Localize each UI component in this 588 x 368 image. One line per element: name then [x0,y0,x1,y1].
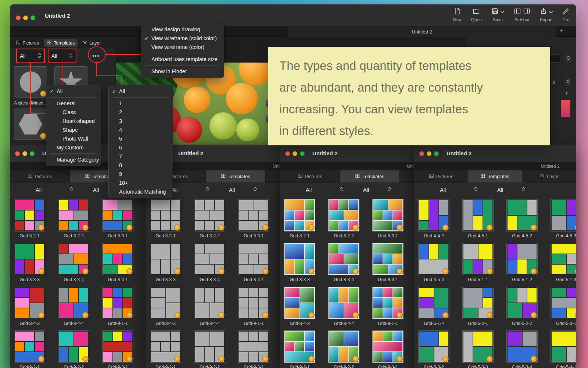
template-item[interactable]: ⚡Grid-5-1-1 [462,243,494,282]
template-item[interactable]: ⚡Grid-5-4-1 [551,330,576,368]
tab-layer[interactable]: Layer [80,39,104,47]
template-item[interactable]: ⚡Grid-5-1-3 [551,243,576,282]
template-item[interactable]: ⚡Grid-4-5-3 [551,199,576,238]
minimize-button[interactable] [427,151,431,156]
template-item[interactable]: ⚡Grid-9-3-1 [238,330,269,368]
template-item[interactable]: ⚡Grid-5-3-2 [418,330,449,368]
template-item[interactable]: ⚡Grid-8-2-1 [150,199,181,238]
tab-pictures[interactable]: Pictures [280,170,340,183]
menu-item[interactable]: Artboard uses template size [141,55,224,64]
minimize-button[interactable] [293,151,297,156]
menu-item[interactable]: Show in Finder [141,67,224,76]
zoom-button[interactable] [434,151,439,156]
template-count-filter[interactable]: All [363,187,391,193]
menu-item[interactable]: 2 [109,108,173,117]
minimize-button[interactable] [22,151,27,156]
menu-item[interactable]: ✓View wireframe (solid color) [141,34,224,43]
menu-item[interactable]: 3 [109,117,173,125]
menu-item[interactable]: 7 [109,152,173,161]
stepper-control[interactable] [565,54,571,63]
close-button[interactable] [419,151,424,156]
menu-item[interactable]: Shape [46,125,101,134]
menu-item[interactable]: Heart-shaped [46,117,101,125]
template-item[interactable]: ⚡Grid-5-3-3 [462,330,494,368]
stepper-control[interactable] [565,78,571,86]
template-item[interactable]: ⚡Grid-8-4-1 [238,243,269,282]
template-item[interactable]: ⚡Grid-5-2-1 [462,287,494,326]
template-item[interactable]: ⚡Grid-8-4-4 [194,287,225,326]
menu-item[interactable]: My Custom [46,143,101,152]
template-item[interactable]: ⚡Grid-9-2-2 [328,330,359,368]
menu-item[interactable]: ✓All [46,87,101,96]
menu-item[interactable]: Automatic Matching [109,187,173,196]
tab-templates[interactable]: Templates [44,39,78,47]
minimize-button[interactable] [23,15,28,20]
template-item[interactable]: ⚡Grid-8-3-4 [58,243,89,282]
tab-templates[interactable]: Templates [340,170,400,183]
tab-templates[interactable]: Templates [206,170,266,183]
menu-item[interactable]: ✓All [109,87,173,96]
zoom-button[interactable] [31,15,35,20]
template-item[interactable]: ⚡Grid-9-2-2 [58,330,89,368]
tab-templates[interactable]: Templates [468,170,522,183]
template-item[interactable]: ⚡Grid-8-3-4 [328,243,359,282]
menu-item[interactable]: Manage Category [46,155,101,164]
template-item[interactable]: ⚡Grid-4-4-2 [418,199,449,238]
template-item[interactable]: ⚡Grid-9-2-1 [14,330,45,368]
template-item[interactable]: ⚡Grid-8-3-3 [14,243,45,282]
template-item[interactable]: ⚡Grid-8-2-1 [14,199,45,238]
template-item[interactable]: ⚡Grid-8-4-4 [328,287,359,326]
menu-item[interactable]: 4 [109,125,173,134]
template-item[interactable]: ⚡Grid-9-2-1 [284,330,315,368]
document-tab[interactable]: Untitled 2 [288,26,556,37]
close-button[interactable] [15,151,20,156]
template-item[interactable]: ⚡Grid-8-4-3 [150,287,181,326]
tab-layer[interactable]: Layer [522,170,576,183]
close-button[interactable] [16,15,21,20]
template-category-filter[interactable]: All [306,187,343,193]
template-item[interactable]: ⚡Grid-4-5-2 [506,199,538,238]
template-item[interactable]: ⚡Grid-8-4-3 [284,287,315,326]
template-item[interactable]: ⚡Grid-9-1-1 [372,287,404,326]
save-button[interactable]: Save [491,7,504,22]
tab-pictures[interactable]: Pictures [10,170,70,183]
template-item[interactable]: ⚡Grid-8-2-2 [58,199,89,238]
menu-item[interactable]: 5 [109,134,173,143]
pro-button[interactable]: Pro [562,7,570,22]
menu-item[interactable]: Class [46,108,101,117]
menu-item[interactable]: View wireframe (color) [141,43,224,52]
template-item[interactable]: ⚡Grid-8-4-3 [14,287,45,326]
zoom-button[interactable] [300,151,305,156]
template-item[interactable]: ⚡Grid-9-1-1 [238,287,269,326]
template-item[interactable]: ⚡Grid-8-2-2 [328,199,359,238]
template-item[interactable]: ⚡Grid-9-3-1 [372,330,404,368]
document-tab[interactable]: Untitled 2 [541,164,560,169]
template-count-filter[interactable]: All [229,187,257,193]
template-count-filter[interactable]: All [497,187,525,193]
menu-item[interactable]: 1 [109,99,173,108]
template-item[interactable]: ⚡Grid-5-3-4 [506,330,538,368]
menu-item[interactable]: 9 [109,170,173,178]
sidebar-button[interactable]: Sidebar [514,7,530,22]
color-swatch[interactable] [561,100,570,117]
template-item[interactable]: ⚡Grid-5-1-4 [418,287,449,326]
template-item[interactable]: ⚡Grid-5-3-1 [551,287,576,326]
template-item[interactable]: ⚡Grid-8-2-1 [284,199,315,238]
template-item[interactable]: ⚡Grid-8-2-2 [194,199,225,238]
menu-item[interactable]: View design drawing [141,25,224,34]
template-item[interactable]: ⚡Grid-9-2-1 [150,330,181,368]
template-item[interactable]: ⚡Grid-9-1-1 [102,287,133,326]
zoom-button[interactable] [30,151,35,156]
template-item-hexagon[interactable]: ⚡ [14,109,47,140]
template-item[interactable]: ⚡Grid-8-3-3 [150,243,181,282]
export-button[interactable]: Export [540,7,553,22]
open-button[interactable]: Open [471,7,482,22]
template-item[interactable]: ⚡Grid-8-4-1 [102,243,133,282]
template-item[interactable]: ⚡Grid-8-3-1 [372,199,404,238]
template-item[interactable]: ⚡Grid-8-4-1 [372,243,404,282]
template-item[interactable]: ⚡Grid-5-1-2 [506,243,538,282]
close-button[interactable] [285,151,290,156]
menu-item[interactable]: 6 [109,143,173,152]
template-item[interactable]: ⚡Grid-4-5-4 [418,243,449,282]
tab-pictures[interactable]: Pictures [414,170,468,183]
